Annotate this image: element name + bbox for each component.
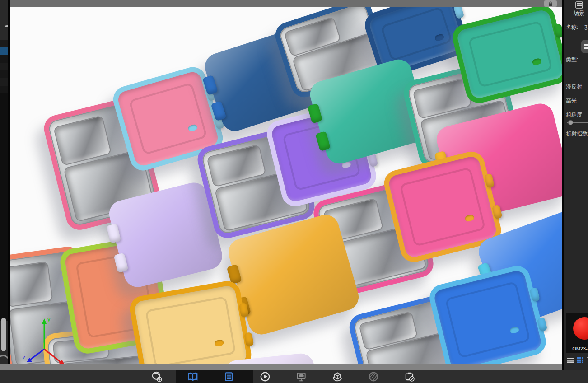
diffuse-label: 漫反射 <box>566 83 582 91</box>
lid-interior <box>134 285 248 364</box>
3d-viewport[interactable]: y x z <box>10 7 562 364</box>
import-model-icon[interactable] <box>151 371 163 383</box>
roughness-slider[interactable] <box>567 120 588 125</box>
material-swatch-label: OM23- <box>566 346 588 351</box>
ior-label: 折射指数 <box>566 130 588 138</box>
lid-interior <box>433 269 542 364</box>
axis-label-y: y <box>47 316 51 322</box>
left-strip-divider <box>0 19 8 19</box>
axis-label-z: z <box>23 354 26 360</box>
lid-interior <box>456 9 562 100</box>
grid-view-icon[interactable] <box>577 357 583 363</box>
cloud-monitor-icon[interactable] <box>295 371 307 383</box>
snapshot-check-icon[interactable] <box>404 371 415 383</box>
outliner-row-selected[interactable] <box>0 47 8 55</box>
render-play-icon[interactable] <box>259 371 271 383</box>
viewport-title-bar <box>10 0 562 7</box>
material-swatch[interactable]: OM23- <box>566 313 588 353</box>
lunchbox-blue-lid[interactable] <box>427 263 549 364</box>
scene-properties-panel: 场景 名称: ʒ 类型: 漫反射 高光 粗糙度 折射指数 OM23- <box>564 0 588 370</box>
specular-label: 高光 <box>566 97 577 105</box>
lunchbox-green-lid[interactable] <box>450 7 562 106</box>
cube-orbit-icon[interactable] <box>331 371 343 383</box>
lid-seal-groove <box>145 296 236 364</box>
bottom-toolbar <box>0 370 588 383</box>
roughness-label: 粗糙度 <box>566 111 582 119</box>
scene-list-icon <box>575 1 583 9</box>
outliner-row[interactable] <box>0 63 8 70</box>
axis-gizmo: y x z <box>23 314 72 364</box>
material-ball-red <box>573 317 588 340</box>
name-label: 名称: <box>566 23 578 31</box>
library-book-icon[interactable] <box>187 371 199 383</box>
name-value-partial: ʒ <box>584 23 588 30</box>
outliner-row[interactable] <box>0 86 8 93</box>
viewport-lock-button[interactable] <box>544 0 557 7</box>
type-label: 类型: <box>566 56 578 64</box>
left-dock-strip <box>0 0 8 370</box>
roughness-slider-knob[interactable] <box>568 120 573 125</box>
outliner-row[interactable] <box>0 70 8 78</box>
material-sphere-icon[interactable] <box>368 371 379 383</box>
lid-clip <box>244 332 254 346</box>
list-view-icon[interactable] <box>567 357 574 363</box>
lock-icon <box>548 1 553 6</box>
lid-seal-groove <box>468 21 553 88</box>
tab-scene[interactable]: 场景 <box>570 1 588 17</box>
lid-seal-groove <box>399 167 486 247</box>
lid-clip <box>537 317 548 332</box>
project-list-icon[interactable] <box>223 371 235 383</box>
outliner-row[interactable] <box>0 78 8 86</box>
material-slot-button[interactable] <box>581 40 588 53</box>
steel-compartment-small <box>10 261 53 307</box>
panel-divider <box>566 20 588 20</box>
outliner-scrollbar[interactable] <box>1 318 6 351</box>
outliner-row[interactable] <box>0 40 8 47</box>
lid-seal-groove <box>128 82 207 155</box>
outliner-list[interactable] <box>0 40 8 321</box>
panel-divider <box>566 145 588 145</box>
lid-seal-groove <box>445 281 531 358</box>
viewport-bottom-strip <box>0 364 569 370</box>
scene-tab-label: 场景 <box>574 10 584 16</box>
outliner-row[interactable] <box>0 55 8 63</box>
